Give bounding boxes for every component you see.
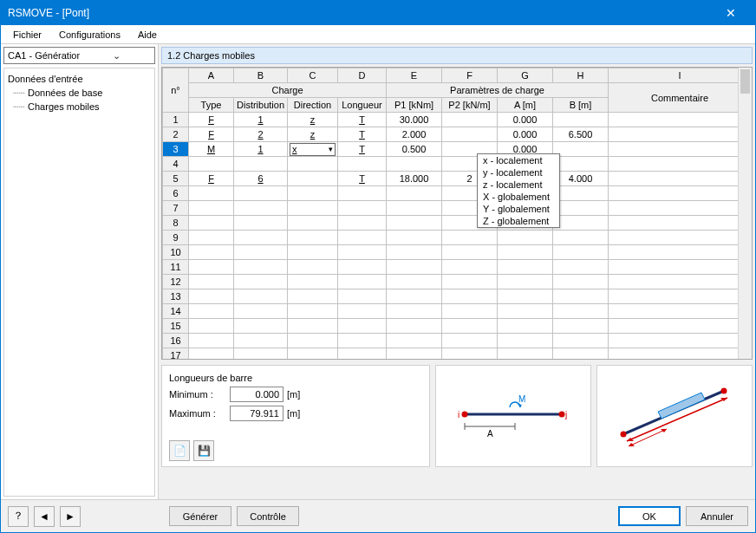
cell-type[interactable] bbox=[189, 157, 234, 172]
cell-len[interactable] bbox=[338, 319, 387, 334]
cell-dir[interactable] bbox=[288, 348, 338, 361]
cell-dist[interactable] bbox=[234, 319, 288, 334]
cell-len[interactable] bbox=[338, 216, 387, 231]
cell-a[interactable]: 0.000 bbox=[498, 113, 553, 127]
cell-comment[interactable] bbox=[609, 304, 752, 319]
cell-dist[interactable]: 6 bbox=[234, 172, 288, 186]
cell-p1[interactable] bbox=[387, 201, 442, 216]
cell-p1[interactable] bbox=[387, 304, 442, 319]
cell-a[interactable]: 0.000 bbox=[498, 127, 553, 142]
cell-b[interactable] bbox=[553, 245, 609, 260]
library-button[interactable]: 💾 bbox=[193, 440, 214, 461]
menu-file[interactable]: Fichier bbox=[4, 28, 50, 42]
table-row[interactable]: 6 bbox=[163, 186, 752, 201]
cell-dir[interactable] bbox=[288, 201, 338, 216]
case-selector[interactable]: CA1 - Génération des charges m ⌄ bbox=[3, 47, 155, 64]
cell-dist[interactable] bbox=[234, 334, 288, 348]
cell-a[interactable] bbox=[498, 348, 553, 361]
navigator-tree[interactable]: Données d'entrée Données de base Charges… bbox=[3, 68, 155, 497]
cell-a[interactable] bbox=[498, 260, 553, 275]
col-D[interactable]: D bbox=[338, 68, 387, 83]
cell-p2[interactable] bbox=[442, 348, 498, 361]
cell-p2[interactable] bbox=[442, 289, 498, 304]
cell-dist[interactable]: 2 bbox=[234, 127, 288, 142]
row-number[interactable]: 11 bbox=[163, 260, 189, 275]
cell-a[interactable] bbox=[498, 319, 553, 334]
table-row[interactable]: 10 bbox=[163, 245, 752, 260]
data-grid[interactable]: n°ABCDEFGHIChargeParamètres de chargeCom… bbox=[161, 67, 753, 360]
cell-p1[interactable] bbox=[387, 231, 442, 245]
cell-b[interactable] bbox=[553, 348, 609, 361]
row-number[interactable]: 6 bbox=[163, 186, 189, 201]
close-icon[interactable]: ✕ bbox=[714, 6, 748, 20]
cell-type[interactable]: F bbox=[189, 127, 234, 142]
cell-type[interactable] bbox=[189, 289, 234, 304]
cell-comment[interactable] bbox=[609, 348, 752, 361]
cell-a[interactable] bbox=[498, 231, 553, 245]
cell-dist[interactable]: 1 bbox=[234, 113, 288, 127]
cell-p1[interactable] bbox=[387, 348, 442, 361]
cell-comment[interactable] bbox=[609, 245, 752, 260]
cell-type[interactable] bbox=[189, 231, 234, 245]
col-E[interactable]: E bbox=[387, 68, 442, 83]
dropdown-option[interactable]: Z - globalement bbox=[478, 215, 559, 227]
cell-type[interactable]: F bbox=[189, 113, 234, 127]
cell-b[interactable] bbox=[553, 157, 609, 172]
cell-p2[interactable] bbox=[442, 319, 498, 334]
cell-len[interactable] bbox=[338, 348, 387, 361]
table-row[interactable]: 11 bbox=[163, 260, 752, 275]
row-number[interactable]: 10 bbox=[163, 245, 189, 260]
cell-a[interactable] bbox=[498, 304, 553, 319]
cell-comment[interactable] bbox=[609, 127, 752, 142]
cell-p1[interactable]: 2.000 bbox=[387, 127, 442, 142]
cell-dist[interactable] bbox=[234, 289, 288, 304]
cell-dist[interactable] bbox=[234, 157, 288, 172]
table-row[interactable]: 15 bbox=[163, 319, 752, 334]
cell-a[interactable] bbox=[498, 245, 553, 260]
table-row[interactable]: 7 bbox=[163, 201, 752, 216]
cell-type[interactable] bbox=[189, 245, 234, 260]
cell-len[interactable]: T bbox=[338, 113, 387, 127]
cell-len[interactable] bbox=[338, 289, 387, 304]
cell-p2[interactable] bbox=[442, 334, 498, 348]
cell-len[interactable] bbox=[338, 260, 387, 275]
cell-p1[interactable]: 0.500 bbox=[387, 142, 442, 157]
row-number[interactable]: 9 bbox=[163, 231, 189, 245]
cell-dir[interactable] bbox=[288, 275, 338, 289]
row-number[interactable]: 4 bbox=[163, 157, 189, 172]
col-B[interactable]: B bbox=[234, 68, 288, 83]
cell-dir[interactable] bbox=[288, 216, 338, 231]
prev-sheet-button[interactable]: ◄ bbox=[34, 506, 55, 527]
col-G[interactable]: G bbox=[498, 68, 553, 83]
table-row[interactable]: 5F6T18.00021.5004.000 bbox=[163, 172, 752, 186]
row-number[interactable]: 14 bbox=[163, 304, 189, 319]
cell-dir-editor[interactable]: x▾ bbox=[288, 142, 338, 157]
cell-b[interactable]: 6.500 bbox=[553, 127, 609, 142]
row-number[interactable]: 2 bbox=[163, 127, 189, 142]
dropdown-option[interactable]: X - globalement bbox=[478, 191, 559, 203]
cell-len[interactable] bbox=[338, 275, 387, 289]
chevron-down-icon[interactable]: ▾ bbox=[329, 145, 333, 153]
cell-comment[interactable] bbox=[609, 142, 752, 157]
cell-type[interactable] bbox=[189, 319, 234, 334]
help-button[interactable]: ？ bbox=[8, 506, 29, 527]
col-I[interactable]: I bbox=[609, 68, 752, 83]
cell-comment[interactable] bbox=[609, 216, 752, 231]
row-number[interactable]: 1 bbox=[163, 113, 189, 127]
cell-dist[interactable] bbox=[234, 216, 288, 231]
cell-dist[interactable] bbox=[234, 304, 288, 319]
cell-dir[interactable] bbox=[288, 260, 338, 275]
cell-type[interactable] bbox=[189, 304, 234, 319]
cell-b[interactable] bbox=[553, 289, 609, 304]
cell-type[interactable]: F bbox=[189, 172, 234, 186]
vertical-scrollbar[interactable] bbox=[738, 68, 752, 359]
max-length-input[interactable] bbox=[230, 406, 284, 421]
cell-dist[interactable] bbox=[234, 231, 288, 245]
cell-type[interactable] bbox=[189, 186, 234, 201]
cell-type[interactable] bbox=[189, 216, 234, 231]
cell-comment[interactable] bbox=[609, 172, 752, 186]
cell-len[interactable]: T bbox=[338, 172, 387, 186]
cell-p2[interactable] bbox=[442, 304, 498, 319]
row-number[interactable]: 3 bbox=[163, 142, 189, 157]
cell-dir[interactable]: z bbox=[288, 127, 338, 142]
